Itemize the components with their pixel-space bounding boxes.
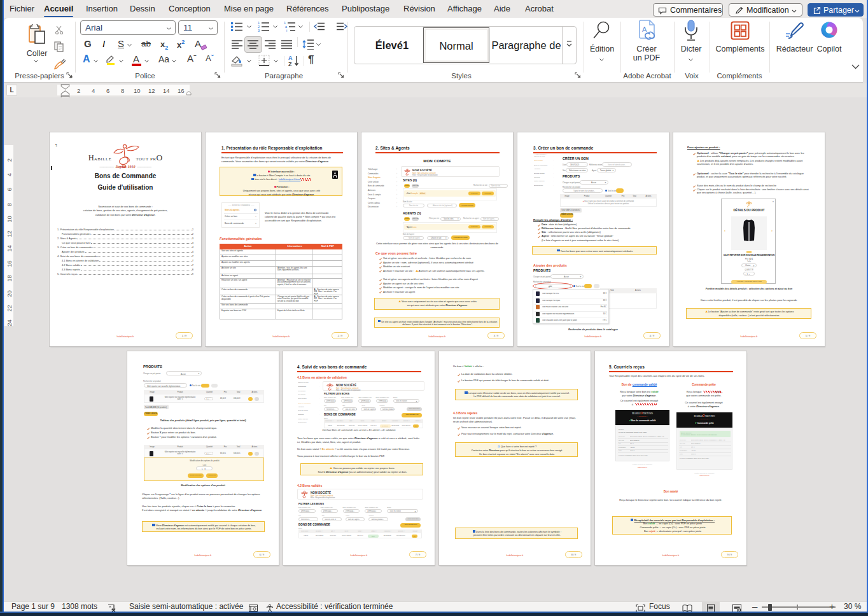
svg-text:i: i xyxy=(286,29,287,32)
svg-text:A: A xyxy=(642,25,647,33)
svg-text:Z: Z xyxy=(288,61,292,67)
svg-text:A: A xyxy=(288,55,293,61)
svg-text:3: 3 xyxy=(258,29,260,32)
